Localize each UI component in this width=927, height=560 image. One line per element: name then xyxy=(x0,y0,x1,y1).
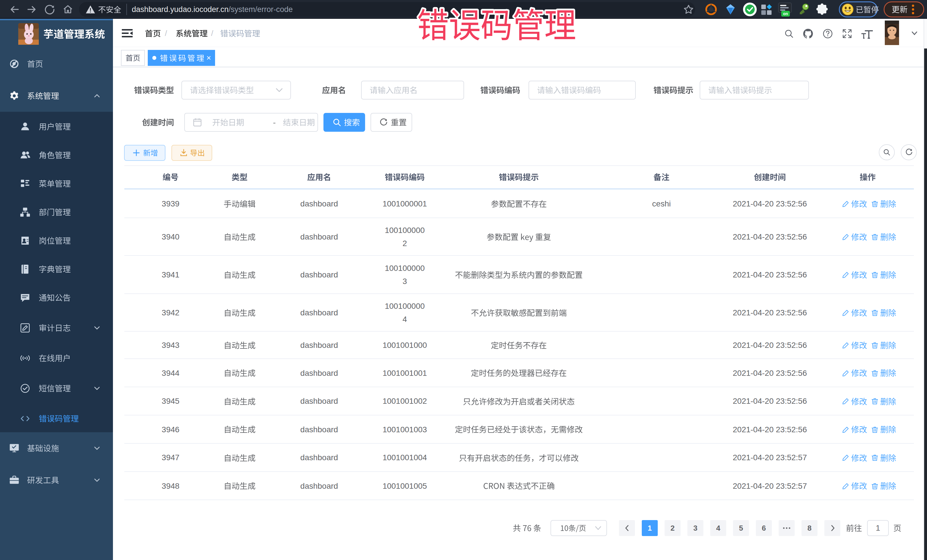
svg-text:on: on xyxy=(783,11,788,16)
